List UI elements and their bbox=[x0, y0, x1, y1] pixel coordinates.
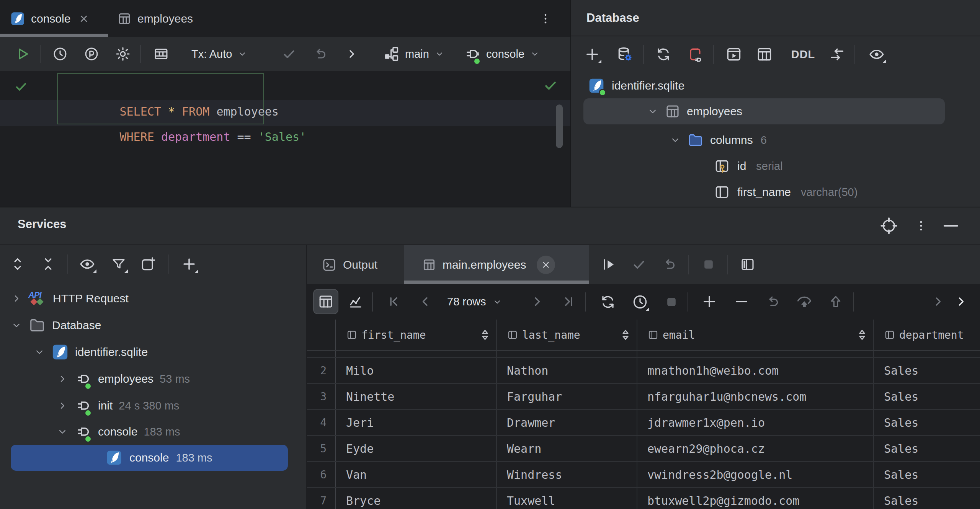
submit-icon[interactable] bbox=[827, 293, 844, 310]
cell-department[interactable]: Sales bbox=[874, 384, 980, 409]
commit-check-icon[interactable] bbox=[280, 45, 298, 63]
cell-first-name[interactable]: Van bbox=[336, 462, 497, 487]
refresh-icon[interactable] bbox=[654, 45, 673, 64]
chevron-down-icon[interactable] bbox=[11, 320, 22, 331]
table-row[interactable]: 4 Jeri Drawmer jdrawmer1x@pen.io Sales bbox=[307, 410, 980, 436]
column-header-last-name[interactable]: last_name bbox=[497, 320, 637, 350]
next-page-icon[interactable] bbox=[528, 293, 546, 310]
cell-department[interactable]: Sales bbox=[874, 462, 980, 487]
table-row[interactable]: 7 Bryce Tuxwell btuxwell2p@gizmodo.com S… bbox=[307, 488, 980, 509]
disconnect-icon[interactable] bbox=[686, 45, 704, 64]
table-view-button-active[interactable] bbox=[313, 289, 338, 314]
target-icon[interactable] bbox=[879, 216, 899, 236]
cell-last-name[interactable]: Farguhar bbox=[497, 384, 637, 409]
collapse-all-icon[interactable] bbox=[39, 255, 57, 273]
refresh-icon[interactable] bbox=[599, 293, 617, 311]
cell-department[interactable]: Sales bbox=[874, 410, 980, 435]
close-icon[interactable] bbox=[78, 13, 89, 24]
tab-console[interactable]: console bbox=[0, 0, 108, 37]
cell-first-name[interactable]: Milo bbox=[336, 358, 497, 383]
tree-item-database-group[interactable]: Database bbox=[11, 312, 101, 338]
row-count-dropdown[interactable]: 78 rows bbox=[447, 284, 502, 320]
sql-editor[interactable]: SELECT * FROM employees WHERE department… bbox=[0, 71, 570, 207]
datasource-properties-icon[interactable] bbox=[616, 45, 634, 64]
resume-icon[interactable] bbox=[599, 256, 617, 273]
add-row-icon[interactable] bbox=[701, 293, 718, 310]
chevron-down-icon[interactable] bbox=[670, 134, 681, 146]
table-row[interactable]: 5 Eyde Wearn ewearn29@phoca.cz Sales bbox=[307, 436, 980, 462]
table-row[interactable]: 2 Milo Nathon mnathon1h@weibo.com Sales bbox=[307, 358, 980, 384]
cell-last-name[interactable]: Tuxwell bbox=[497, 488, 637, 509]
tree-item-first-name[interactable]: first_name varchar(50) bbox=[714, 179, 858, 205]
view-options-eye-icon[interactable] bbox=[867, 45, 886, 64]
tab-main-employees[interactable]: main.employees bbox=[404, 245, 589, 284]
chevron-right-icon[interactable] bbox=[57, 400, 68, 411]
chevron-right-icon[interactable] bbox=[11, 293, 22, 304]
tree-item-employees-selected[interactable]: employees bbox=[583, 98, 945, 124]
column-header-department[interactable]: department bbox=[874, 320, 980, 350]
cell-email[interactable]: nfarguhar1u@nbcnews.com bbox=[637, 384, 874, 409]
first-page-icon[interactable] bbox=[385, 293, 403, 310]
sort-icon[interactable] bbox=[481, 330, 489, 340]
tx-mode-dropdown[interactable]: Tx: Auto bbox=[191, 37, 247, 71]
cell-email[interactable]: jdrawmer1x@pen.io bbox=[637, 410, 874, 435]
session-dropdown[interactable]: console bbox=[463, 37, 540, 71]
preview-changes-icon[interactable] bbox=[795, 293, 813, 310]
chevron-right-icon[interactable] bbox=[929, 293, 947, 310]
tree-item-session-employees[interactable]: employees 53 ms bbox=[57, 366, 190, 392]
cell-first-name[interactable]: Bryce bbox=[336, 488, 497, 509]
editor-scrollbar[interactable] bbox=[556, 104, 563, 148]
rollback-icon[interactable] bbox=[661, 256, 678, 273]
jump-to-console-icon[interactable] bbox=[725, 45, 743, 64]
compare-icon[interactable] bbox=[828, 45, 846, 64]
cell-email[interactable]: ewearn29@phoca.cz bbox=[637, 436, 874, 461]
cell-email[interactable]: mnathon1h@weibo.com bbox=[637, 358, 874, 383]
delete-row-icon[interactable] bbox=[733, 293, 750, 310]
tree-item-console-file-selected[interactable]: console 183 ms bbox=[11, 445, 288, 471]
ddl-button[interactable]: DDL bbox=[789, 45, 818, 64]
cell-first-name[interactable]: Ninette bbox=[336, 384, 497, 409]
add-button[interactable] bbox=[180, 255, 198, 273]
tree-item-id[interactable]: id serial bbox=[714, 153, 783, 179]
schema-dropdown[interactable]: main bbox=[383, 37, 444, 71]
tree-item-session-init[interactable]: init 24 s 380 ms bbox=[57, 393, 179, 419]
cell-last-name[interactable]: Nathon bbox=[497, 358, 637, 383]
cell-email[interactable]: btuxwell2p@gizmodo.com bbox=[637, 488, 874, 509]
close-icon[interactable] bbox=[537, 256, 555, 274]
tab-employees[interactable]: employees bbox=[108, 0, 223, 37]
chevron-down-icon[interactable] bbox=[647, 106, 658, 117]
settings-gear-icon[interactable] bbox=[114, 45, 132, 63]
rollback-icon[interactable] bbox=[312, 45, 329, 63]
revert-icon[interactable] bbox=[764, 293, 782, 310]
table-row[interactable]: 6 Van Windress vwindress2b@google.nl Sal… bbox=[307, 462, 980, 488]
table-row[interactable]: 3 Ninette Farguhar nfarguhar1u@nbcnews.c… bbox=[307, 384, 980, 410]
run-button[interactable] bbox=[14, 45, 31, 63]
add-datasource-button[interactable] bbox=[583, 45, 601, 64]
cell-last-name[interactable]: Windress bbox=[497, 462, 637, 487]
cell-first-name[interactable]: Eyde bbox=[336, 436, 497, 461]
minimize-icon[interactable] bbox=[941, 216, 961, 236]
add-service-tab-icon[interactable] bbox=[139, 255, 158, 273]
tree-item-columns[interactable]: columns 6 bbox=[670, 127, 767, 153]
table-data-icon[interactable] bbox=[755, 45, 774, 64]
chart-view-button[interactable] bbox=[347, 293, 364, 310]
filter-icon[interactable] bbox=[109, 255, 128, 273]
tree-item-connection[interactable]: identifier.sqlite bbox=[588, 73, 684, 98]
expand-all-icon[interactable] bbox=[8, 255, 27, 273]
chevron-right-icon[interactable] bbox=[952, 293, 970, 310]
tree-item-session-console[interactable]: console 183 ms bbox=[57, 419, 180, 445]
history-icon[interactable] bbox=[51, 45, 69, 63]
column-header-email[interactable]: email bbox=[637, 320, 874, 350]
commit-check-icon[interactable] bbox=[630, 256, 648, 273]
kebab-menu-icon[interactable] bbox=[911, 216, 931, 236]
tree-item-connection[interactable]: identifier.sqlite bbox=[34, 339, 148, 365]
sort-icon[interactable] bbox=[621, 330, 630, 340]
tab-output[interactable]: Output bbox=[312, 245, 387, 284]
schedule-refresh-icon[interactable] bbox=[631, 293, 649, 311]
table-view-icon[interactable] bbox=[152, 45, 170, 63]
parameters-icon[interactable] bbox=[83, 45, 100, 63]
cell-department[interactable]: Sales bbox=[874, 488, 980, 509]
gutter-success-check-icon[interactable] bbox=[13, 78, 29, 95]
view-options-eye-icon[interactable] bbox=[78, 255, 96, 273]
cell-department[interactable]: Sales bbox=[874, 436, 980, 461]
